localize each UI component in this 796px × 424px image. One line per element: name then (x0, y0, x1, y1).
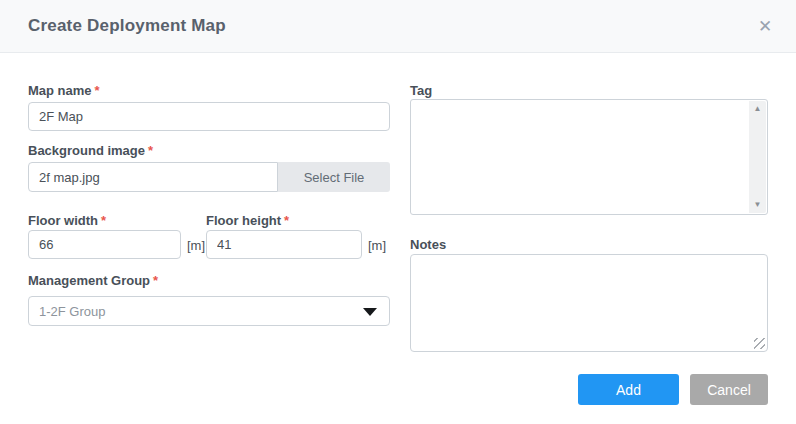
required-asterisk: * (284, 213, 289, 228)
cancel-button[interactable]: Cancel (690, 374, 768, 405)
select-file-button[interactable]: Select File (278, 162, 390, 192)
management-group-label: Management Group* (28, 273, 158, 288)
background-image-input[interactable] (28, 162, 278, 192)
required-asterisk: * (148, 143, 153, 158)
required-asterisk: * (95, 83, 100, 98)
floor-height-label: Floor height* (206, 213, 289, 228)
close-icon[interactable]: ✕ (752, 14, 778, 40)
tag-textarea[interactable]: ▲ ▼ (410, 99, 768, 215)
floor-height-unit: [m] (368, 238, 386, 253)
dialog-header: Create Deployment Map ✕ (0, 0, 796, 53)
notes-textarea[interactable] (410, 254, 768, 352)
management-group-select[interactable]: 1-2F Group (28, 296, 390, 326)
chevron-down-icon (363, 308, 377, 316)
tag-label: Tag (410, 83, 432, 98)
floor-width-input[interactable] (28, 230, 181, 259)
notes-label: Notes (410, 237, 446, 252)
add-button[interactable]: Add (578, 374, 679, 405)
floor-width-label: Floor width* (28, 213, 106, 228)
tag-scrollbar[interactable]: ▲ ▼ (749, 101, 766, 213)
floor-width-unit: [m] (187, 238, 205, 253)
required-asterisk: * (153, 273, 158, 288)
map-name-input[interactable] (28, 102, 390, 131)
floor-height-input[interactable] (206, 230, 362, 259)
background-image-label: Background image* (28, 143, 153, 158)
dialog-title: Create Deployment Map (28, 16, 226, 36)
scroll-down-icon[interactable]: ▼ (749, 197, 766, 213)
scroll-up-icon[interactable]: ▲ (749, 101, 766, 117)
resize-handle-icon[interactable] (754, 338, 765, 349)
management-group-selected-value: 1-2F Group (39, 304, 105, 319)
required-asterisk: * (101, 213, 106, 228)
map-name-label: Map name* (28, 83, 100, 98)
create-deployment-map-dialog: Create Deployment Map ✕ Map name* Backgr… (0, 0, 796, 424)
